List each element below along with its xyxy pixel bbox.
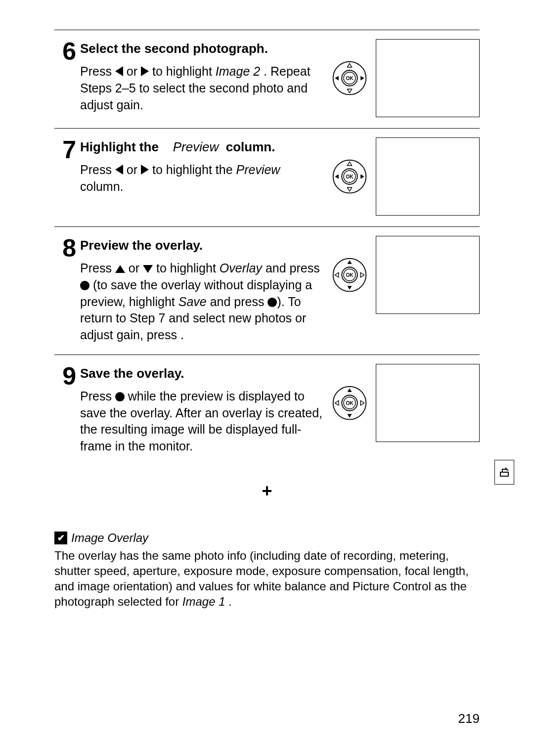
right-arrow-icon [141,165,149,175]
svg-rect-32 [500,472,508,476]
screen-placeholder [376,137,480,216]
multi-selector-icon: OK [331,60,368,96]
svg-marker-5 [347,89,352,92]
plus-symbol: + [54,481,480,501]
step-6: 6 Select the second photograph. Press or… [54,30,480,128]
screen-placeholder [376,364,480,442]
svg-marker-28 [347,388,352,392]
multi-selector-icon: OK [331,158,368,195]
step-text: Press or to highlight Overlay and press … [80,260,326,344]
svg-marker-12 [347,162,352,165]
step-number: 7 [54,137,80,162]
svg-marker-20 [347,260,352,264]
note-block: ✔ Image Overlay The overlay has the same… [54,531,480,610]
up-arrow-icon [115,265,125,273]
left-arrow-icon [115,66,123,76]
svg-marker-30 [335,400,338,405]
step-title: Save the overlay. [80,366,326,381]
down-arrow-icon [143,265,153,273]
svg-marker-6 [335,76,338,80]
svg-marker-29 [347,414,352,417]
right-arrow-icon [141,66,149,76]
svg-marker-21 [347,286,352,289]
svg-text:OK: OK [346,76,354,81]
step-title: Select the second photograph. [80,41,326,56]
left-arrow-icon [115,165,123,175]
svg-marker-14 [335,174,338,178]
step-text: Press or to highlight the Preview column… [80,162,326,195]
step-text: Press or to highlight Image 2 . Repeat S… [80,63,326,113]
svg-marker-4 [347,63,352,67]
svg-text:OK: OK [346,272,354,278]
step-title: Highlight the Preview column. [80,139,326,155]
svg-marker-15 [360,174,364,178]
screen-placeholder [376,236,480,314]
note-title: Image Overlay [71,531,148,545]
svg-marker-31 [360,400,364,405]
svg-marker-22 [335,272,338,277]
svg-text:OK: OK [346,174,354,179]
check-icon: ✔ [54,532,67,544]
svg-text:OK: OK [346,400,354,405]
side-tab-icon [494,460,514,485]
multi-selector-icon: OK [331,257,368,293]
multi-selector-icon: OK [331,385,368,421]
step-text: Press while the preview is displayed to … [80,388,326,455]
step-title: Preview the overlay. [80,238,326,253]
screen-placeholder [376,39,480,117]
step-9: 9 Save the overlay. Press while the prev… [54,355,480,466]
step-number: 9 [54,364,80,389]
svg-marker-23 [360,272,364,277]
page-number: 219 [458,711,480,726]
step-number: 6 [54,39,80,64]
step-8: 8 Preview the overlay. Press or to highl… [54,227,480,355]
step-7: 7 Highlight the Preview column. Press or… [54,129,480,226]
ok-dot-icon [115,392,125,401]
svg-marker-13 [347,187,352,191]
note-body: The overlay has the same photo info (inc… [54,548,480,610]
step-number: 8 [54,236,80,261]
ok-dot-icon [267,298,277,307]
svg-marker-7 [360,76,364,80]
ok-dot-icon [80,281,89,290]
